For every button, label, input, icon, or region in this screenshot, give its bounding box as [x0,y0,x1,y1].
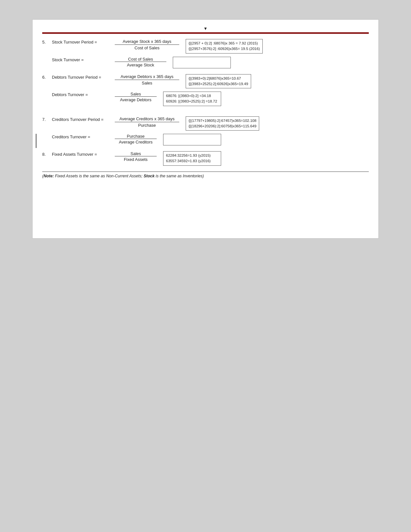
top-arrow-icon: ▼ [203,26,208,31]
section-5-number: 5. [42,39,52,44]
section-6-sub-row: Debtors Turnover = Sales Average Debtors… [42,92,369,106]
section-6-numerator: Average Debtors x 365 days [115,74,179,80]
section-7-formula: Average Creditors x 365 days Purchase [115,116,179,128]
section-6-sub-numerator: Sales [131,92,141,96]
section-7-result-line1: {[(17797+19805):2]:67457}x365=102.108 [189,118,256,123]
section-5-result-line1: {[(2957 + 0):2] :68076}x 365 = 7.92 (201… [189,41,260,46]
section-6-result-line1: {[(3983+0):2]68076}x365=10.67 [189,76,248,81]
section-6-label: Debtors Turnover Period = [52,74,115,80]
section-7-result-line2: {[(18296+20206):2]:60758}x365=115.649 [189,123,256,129]
section-5-result-line2: {[(2957+3576):2] :60926}x365= 19.5 (2016… [189,46,260,52]
section-8-main-row: 8. Fixed Assets Turnover = Sales Fixed A… [42,151,369,166]
section-6-formula: Average Debtors x 365 days Sales [115,74,179,85]
section-8-label: Fixed Assets Turnover = [52,151,115,157]
section-5-sub-result [173,57,231,68]
section-6-main-row: 6. Debtors Turnover Period = Average Deb… [42,74,369,89]
section-7-sub-formula: Purchase Average Creditors [115,134,157,144]
section-8-number: 8. [42,151,52,157]
section-6-number: 6. [42,74,52,80]
section-7-numerator: Average Creditors x 365 days [115,116,179,122]
section-8-result-line2: 63557:34592=1.83 (y2016) [166,158,218,164]
section-5-main-row: 5. Stock Turnover Period = Average Stock… [42,39,369,54]
section-5-sub-denominator: Average Stock [115,62,166,67]
section-6-result: {[(3983+0):2]68076}x365=10.67 {[(3983+25… [186,74,251,89]
section-5-formula: Average Stock x 365 days Cost of Sales [115,39,179,50]
section-6-sub-denominator: Average Debtors [115,96,157,102]
section-8-denominator: Fixed Assets [115,156,157,162]
section-5-denominator: Cost of Sales [134,45,159,50]
section-7: 7. Creditors Turnover Period = Average C… [42,116,369,146]
section-5-sub-row: Stock Turnover = Cost of Sales Average S… [42,57,369,68]
section-7-sub-row: Creditors Turnover = Purchase Average Cr… [42,134,369,145]
section-7-result: {[(17797+19805):2]:67457}x365=102.108 {[… [186,116,259,131]
note-section: (Note: Fixed Assets is the same as Non-C… [42,172,369,178]
section-6-denominator: Sales [142,81,152,85]
section-6-sub-result: 68076: [(3983+0):2] =34.18 60926: [(3983… [163,92,221,106]
section-7-main-row: 7. Creditors Turnover Period = Average C… [42,116,369,131]
section-7-sub-numerator: Purchase [127,134,145,139]
section-7-sub-label: Creditors Turnover = [52,134,115,139]
section-7-denominator: Purchase [138,123,156,128]
section-5: 5. Stock Turnover Period = Average Stock… [42,39,369,68]
section-5-sub-label: Stock Turnover = [52,57,115,62]
section-8-formula: Sales Fixed Assets [115,151,157,162]
section-6-sub-label: Debtors Turnover = [52,92,115,97]
section-7-label: Creditors Turnover Period = [52,116,115,122]
section-7-number: 7. [42,116,52,122]
section-6-sub-result-line2: 60926: [(3983+2525):2] =18.72 [166,99,218,104]
section-8: 8. Fixed Assets Turnover = Sales Fixed A… [42,151,369,166]
vertical-bar-icon [36,134,36,148]
section-5-result: {[(2957 + 0):2] :68076}x 365 = 7.92 (201… [186,39,263,54]
section-6-result-line2: {[(3983+2525):2]:60926}x365=19.49 [189,81,248,87]
section-8-numerator: Sales [131,151,141,156]
section-5-numerator: Average Stock x 365 days [115,39,179,45]
page-content: ▼ 5. Stock Turnover Period = Average Sto… [32,19,379,239]
section-5-label: Stock Turnover Period = [52,39,115,44]
section-7-sub-result [163,134,221,145]
section-8-result: 62284:32256=1.93 (y2015) 63557:34592=1.8… [163,151,221,166]
section-6-sub-formula: Sales Average Debtors [115,92,157,102]
section-7-sub-denominator: Average Creditors [115,139,157,144]
section-8-result-line1: 62284:32256=1.93 (y2015) [166,153,218,158]
section-5-sub-formula: Cost of Sales Average Stock [115,57,166,67]
section-6: 6. Debtors Turnover Period = Average Deb… [42,74,369,106]
red-divider [42,32,369,34]
section-5-sub-numerator: Cost of Sales [128,57,153,62]
section-6-sub-result-line1: 68076: [(3983+0):2] =34.18 [166,93,218,99]
top-arrow-container: ▼ [42,26,369,31]
note-text: (Note: Fixed Assets is the same as Non-C… [42,174,204,178]
